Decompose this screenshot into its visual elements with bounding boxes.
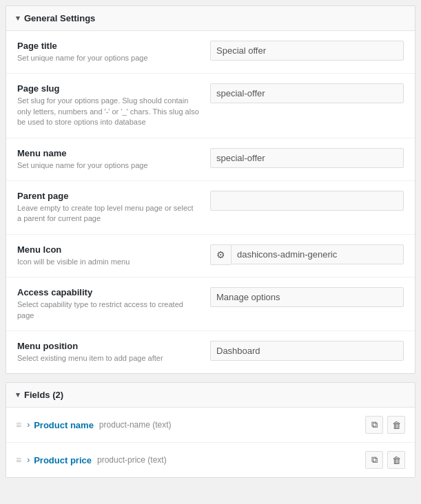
expand-icon-product-name[interactable]: › (27, 420, 30, 430)
access-capability-label-title: Access capability (17, 287, 199, 297)
parent-page-label: Parent page Leave empty to create top le… (17, 191, 210, 224)
page-slug-label-desc: Set slug for your options page. Slug sho… (17, 96, 199, 127)
menu-position-row: Menu position Select existing menu item … (6, 331, 415, 373)
chevron-down-icon: ▾ (16, 14, 20, 23)
copy-button-product-name[interactable]: ⧉ (365, 416, 383, 434)
menu-name-input[interactable] (210, 148, 404, 168)
menu-name-label-desc: Set unique name for your options page (17, 160, 199, 171)
page-title-row: Page title Set unique name for your opti… (6, 31, 415, 74)
drag-handle-icon-2[interactable]: ≡ (16, 454, 21, 465)
field-meta-product-price: product-price (text) (97, 455, 167, 465)
access-capability-label: Access capability Select capability type… (17, 287, 210, 321)
drag-handle-icon[interactable]: ≡ (16, 419, 21, 430)
access-capability-row: Access capability Select capability type… (6, 277, 415, 331)
page-slug-row: Page slug Set slug for your options page… (6, 74, 415, 138)
menu-position-input[interactable] (210, 341, 404, 361)
field-row-product-name: ≡ › Product name product-name (text) ⧉ 🗑 (6, 408, 415, 443)
parent-page-label-desc: Leave empty to create top level menu pag… (17, 203, 199, 224)
menu-position-input-wrapper (210, 341, 404, 361)
menu-name-label-title: Menu name (17, 148, 199, 158)
fields-panel: ▾ Fields (2) ≡ › Product name product-na… (6, 382, 415, 478)
menu-name-label: Menu name Set unique name for your optio… (17, 148, 210, 171)
delete-button-product-price[interactable]: 🗑 (387, 451, 405, 469)
parent-page-row: Parent page Leave empty to create top le… (6, 181, 415, 235)
menu-name-input-wrapper (210, 148, 404, 168)
expand-icon-product-price[interactable]: › (27, 455, 30, 465)
page-title-label-title: Page title (17, 41, 199, 51)
general-settings-header[interactable]: ▾ General Settings (6, 6, 415, 31)
parent-page-input[interactable] (210, 191, 404, 211)
general-settings-title: General Settings (24, 13, 95, 23)
page-slug-input-wrapper (210, 83, 404, 103)
menu-name-row: Menu name Set unique name for your optio… (6, 138, 415, 181)
general-settings-panel: ▾ General Settings Page title Set unique… (6, 6, 415, 374)
menu-icon-label-desc: Icon will be visible in admin menu (17, 257, 199, 267)
menu-icon-row: Menu Icon Icon will be visible in admin … (6, 235, 415, 277)
menu-icon-label-title: Menu Icon (17, 244, 199, 255)
menu-position-label-title: Menu position (17, 341, 199, 351)
icon-with-gear: ⚙ (210, 244, 404, 265)
field-row-product-price: ≡ › Product price product-price (text) ⧉… (6, 443, 415, 477)
access-capability-label-desc: Select capability type to restrict acces… (17, 300, 199, 321)
gear-icon[interactable]: ⚙ (210, 244, 231, 265)
page-slug-input[interactable] (210, 83, 404, 103)
page-title-input-wrapper (210, 41, 404, 61)
field-actions-product-name: ⧉ 🗑 (365, 416, 405, 434)
field-actions-product-price: ⧉ 🗑 (365, 451, 405, 469)
field-name-product-name: Product name (34, 420, 94, 430)
field-name-product-price: Product price (34, 455, 92, 465)
menu-position-label-desc: Select existing menu item to add page af… (17, 353, 199, 364)
page-slug-label-title: Page slug (17, 83, 199, 94)
fields-title: Fields (2) (24, 390, 63, 400)
page-title-label: Page title Set unique name for your opti… (17, 41, 210, 63)
fields-header[interactable]: ▾ Fields (2) (6, 383, 415, 408)
page-slug-label: Page slug Set slug for your options page… (17, 83, 210, 127)
page-title-label-desc: Set unique name for your options page (17, 53, 199, 63)
fields-chevron-down-icon: ▾ (16, 390, 20, 399)
parent-page-label-title: Parent page (17, 191, 199, 201)
page-title-input[interactable] (210, 41, 404, 61)
parent-page-input-wrapper (210, 191, 404, 211)
field-meta-product-name: product-name (text) (99, 420, 172, 430)
menu-icon-label: Menu Icon Icon will be visible in admin … (17, 244, 210, 267)
menu-icon-input[interactable] (231, 244, 404, 264)
access-capability-input-wrapper (210, 287, 404, 307)
menu-icon-input-wrapper: ⚙ (210, 244, 404, 265)
copy-button-product-price[interactable]: ⧉ (365, 451, 383, 469)
menu-position-label: Menu position Select existing menu item … (17, 341, 210, 364)
access-capability-input[interactable] (210, 287, 404, 307)
delete-button-product-name[interactable]: 🗑 (387, 416, 405, 434)
